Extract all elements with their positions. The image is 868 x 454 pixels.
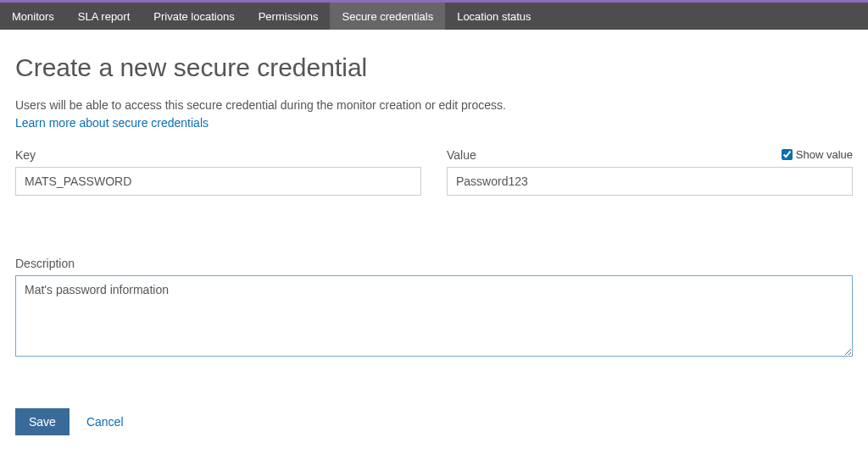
key-label: Key: [15, 148, 36, 162]
key-input[interactable]: [15, 167, 421, 196]
learn-more-link[interactable]: Learn more about secure credentials: [15, 116, 209, 130]
page-subtitle: Users will be able to access this secure…: [15, 97, 853, 114]
save-button[interactable]: Save: [15, 408, 70, 435]
nav-item-monitors[interactable]: Monitors: [0, 3, 66, 30]
value-column: Value Show value: [447, 148, 853, 196]
value-input[interactable]: [447, 167, 853, 196]
cancel-button[interactable]: Cancel: [86, 415, 124, 429]
show-value-checkbox[interactable]: [782, 149, 793, 160]
page-title: Create a new secure credential: [15, 53, 853, 82]
nav-item-secure-credentials[interactable]: Secure credentials: [330, 3, 445, 30]
show-value-toggle[interactable]: Show value: [782, 148, 853, 161]
nav-item-private-locations[interactable]: Private locations: [142, 3, 246, 30]
action-row: Save Cancel: [15, 408, 853, 435]
value-label: Value: [447, 148, 476, 162]
main-nav: Monitors SLA report Private locations Pe…: [0, 3, 868, 30]
description-section: Description: [15, 257, 853, 359]
nav-item-location-status[interactable]: Location status: [445, 3, 542, 30]
nav-item-permissions[interactable]: Permissions: [247, 3, 331, 30]
description-textarea[interactable]: [15, 275, 853, 357]
show-value-label: Show value: [796, 148, 853, 161]
nav-item-sla-report[interactable]: SLA report: [66, 3, 142, 30]
key-value-row: Key Value Show value: [15, 148, 853, 196]
key-column: Key: [15, 148, 421, 196]
content-area: Create a new secure credential Users wil…: [0, 30, 868, 452]
description-label: Description: [15, 257, 853, 270]
